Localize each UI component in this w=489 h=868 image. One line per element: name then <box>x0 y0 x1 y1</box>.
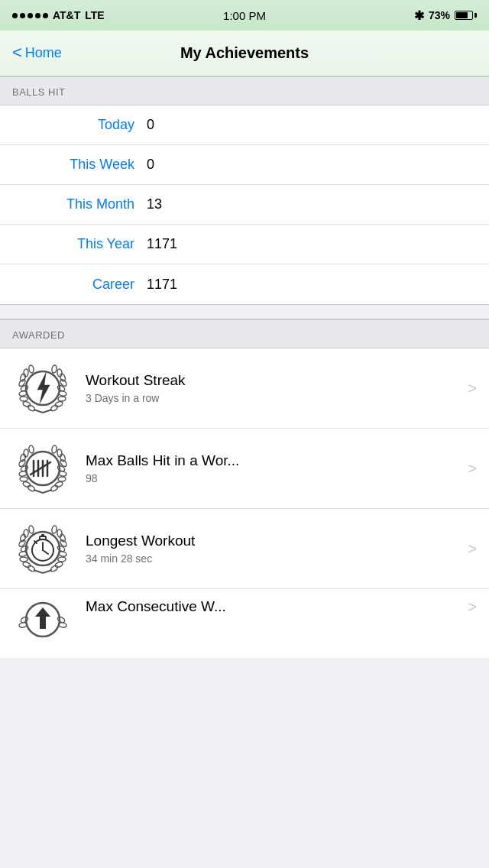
award-icon-consecutive <box>12 598 73 640</box>
svg-line-18 <box>34 410 43 413</box>
award-row-longest-workout[interactable]: Longest Workout 34 min 28 sec > <box>0 509 489 589</box>
svg-point-28 <box>22 481 31 487</box>
award-title-longest-workout: Longest Workout <box>86 533 461 549</box>
balls-hit-header-text: BALLS HIT <box>12 86 66 98</box>
section-spacer <box>0 304 489 319</box>
svg-point-29 <box>27 484 36 493</box>
balls-hit-list: Today 0 This Week 0 This Month 13 This Y… <box>0 105 489 304</box>
svg-rect-70 <box>41 534 44 536</box>
back-label: Home <box>25 45 62 61</box>
award-title-max-consecutive: Max Consecutive W... <box>86 598 461 615</box>
award-chevron-max-consecutive: > <box>468 598 477 616</box>
stat-value-this-year: 1171 <box>147 236 177 252</box>
svg-line-65 <box>34 570 43 573</box>
back-chevron-icon: < <box>12 44 22 61</box>
award-info-max-consecutive: Max Consecutive W... <box>86 598 461 618</box>
award-info-longest-workout: Longest Workout 34 min 28 sec <box>86 533 461 565</box>
balls-hit-section-header: BALLS HIT <box>0 76 489 105</box>
svg-point-13 <box>51 365 57 374</box>
award-chevron-longest-workout: > <box>468 540 477 558</box>
award-row-max-consecutive[interactable]: Max Consecutive W... > <box>0 589 489 658</box>
svg-point-7 <box>22 400 31 407</box>
svg-point-37 <box>54 481 63 487</box>
stat-value-career: 1171 <box>147 277 177 293</box>
svg-point-36 <box>58 477 66 482</box>
stat-label-today: Today <box>12 117 134 133</box>
svg-point-15 <box>58 397 66 402</box>
svg-line-72 <box>43 550 48 554</box>
award-info-max-balls: Max Balls Hit in a Wor... 98 <box>86 452 461 484</box>
back-button[interactable]: < Home <box>12 45 62 61</box>
stat-row-this-week: This Week 0 <box>0 145 489 185</box>
svg-line-40 <box>43 490 52 493</box>
svg-line-66 <box>43 570 52 573</box>
stat-value-today: 0 <box>147 117 154 133</box>
award-icon-tally <box>12 438 73 499</box>
svg-point-51 <box>28 526 34 534</box>
awarded-section-header: AWARDED <box>0 319 489 348</box>
stat-label-this-month: This Month <box>12 196 134 212</box>
svg-point-64 <box>50 565 59 573</box>
signal-dots <box>12 13 48 18</box>
svg-point-16 <box>54 400 63 407</box>
award-subtitle-longest-workout: 34 min 28 sec <box>86 552 461 565</box>
award-row-max-balls[interactable]: Max Balls Hit in a Wor... 98 > <box>0 429 489 509</box>
award-chevron-max-balls: > <box>468 460 477 478</box>
battery-icon <box>455 11 477 20</box>
award-subtitle-max-balls: 98 <box>86 472 461 484</box>
svg-point-53 <box>20 557 28 562</box>
svg-point-6 <box>20 397 28 402</box>
svg-point-60 <box>51 526 57 534</box>
carrier-label: AT&T <box>53 9 80 21</box>
status-bar: AT&T LTE 1:00 PM ✱ 73% <box>0 0 489 31</box>
time-label: 1:00 PM <box>223 9 266 22</box>
network-label: LTE <box>85 9 104 21</box>
nav-bar: < Home My Achievements <box>0 31 489 76</box>
status-right: ✱ 73% <box>414 8 477 23</box>
award-chevron-workout-streak: > <box>468 380 477 397</box>
svg-rect-69 <box>40 536 46 539</box>
svg-point-63 <box>54 561 63 568</box>
svg-point-4 <box>28 365 34 374</box>
stat-value-this-week: 0 <box>147 157 154 173</box>
stat-label-career: Career <box>12 277 134 293</box>
svg-point-55 <box>27 565 36 573</box>
svg-point-27 <box>20 477 28 482</box>
stat-row-this-year: This Year 1171 <box>0 225 489 264</box>
award-icon-stopwatch <box>12 518 73 579</box>
svg-point-38 <box>50 484 59 493</box>
stat-row-this-month: This Month 13 <box>0 185 489 225</box>
stat-row-career: Career 1171 <box>0 264 489 304</box>
award-title-max-balls: Max Balls Hit in a Wor... <box>86 452 461 469</box>
bluetooth-icon: ✱ <box>414 8 424 23</box>
battery-percent: 73% <box>429 9 450 21</box>
svg-point-25 <box>28 445 34 454</box>
award-row-workout-streak[interactable]: Workout Streak 3 Days in a row > <box>0 348 489 429</box>
award-title-workout-streak: Workout Streak <box>86 372 461 389</box>
svg-line-19 <box>43 410 52 413</box>
awarded-header-text: AWARDED <box>12 329 65 341</box>
page-title: My Achievements <box>180 44 309 62</box>
award-subtitle-workout-streak: 3 Days in a row <box>86 392 461 404</box>
stat-value-this-month: 13 <box>147 196 162 212</box>
award-icon-bolt <box>12 358 73 419</box>
svg-line-39 <box>34 490 43 493</box>
stat-row-today: Today 0 <box>0 105 489 145</box>
award-info-workout-streak: Workout Streak 3 Days in a row <box>86 372 461 404</box>
svg-point-54 <box>22 561 31 568</box>
stat-label-this-week: This Week <box>12 157 134 173</box>
svg-point-17 <box>50 404 59 413</box>
svg-point-8 <box>27 404 36 413</box>
svg-point-62 <box>58 557 66 562</box>
status-left: AT&T LTE <box>12 9 105 21</box>
awards-list: Workout Streak 3 Days in a row > <box>0 348 489 658</box>
svg-point-34 <box>51 445 57 454</box>
stat-label-this-year: This Year <box>12 236 134 252</box>
